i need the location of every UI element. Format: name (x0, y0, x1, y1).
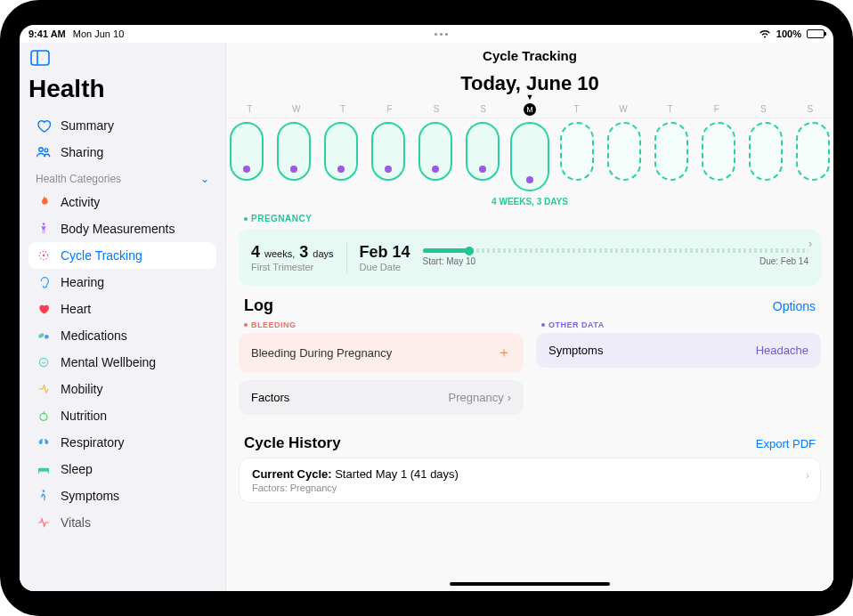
day-pill-future[interactable] (796, 122, 830, 181)
svg-point-2 (39, 148, 44, 152)
flame-icon (36, 194, 52, 210)
vitals-icon (36, 515, 52, 531)
page-title: Cycle Tracking (226, 43, 833, 67)
day-pill-today[interactable] (510, 122, 549, 191)
day-pill-future[interactable] (749, 122, 783, 181)
plus-icon: ＋ (497, 344, 511, 362)
lungs-icon (36, 434, 52, 450)
pregnancy-card[interactable]: › 4 weeks, 3 days First Trimester Feb 14… (239, 229, 821, 286)
day-pill[interactable] (371, 122, 405, 181)
otherdata-label: OTHER DATA (536, 317, 821, 333)
day-letter-strip[interactable]: T W T F S S M T W T F S S (226, 101, 833, 118)
chevron-right-icon: › (806, 469, 809, 482)
sidebar-item-label: Vitals (61, 515, 91, 530)
factors-row[interactable]: Factors Pregnancy › (239, 380, 524, 415)
sidebar-item-summary[interactable]: Summary (28, 112, 216, 139)
sidebar-item-heart[interactable]: Heart (28, 296, 216, 322)
log-heading: Log (244, 296, 273, 315)
chevron-right-icon: › (508, 391, 511, 404)
battery-text: 100% (776, 28, 801, 39)
history-heading: Cycle History (244, 434, 341, 452)
sidebar-item-mental[interactable]: Mental Wellbeing (28, 349, 216, 376)
sidebar-item-sharing[interactable]: Sharing (28, 139, 216, 166)
sidebar-toggle-icon[interactable] (28, 48, 216, 68)
pregnancy-progress-bar (423, 248, 808, 253)
symptoms-row[interactable]: Symptoms Headache (536, 333, 821, 368)
day-pill[interactable] (277, 122, 311, 181)
svg-point-6 (43, 255, 45, 257)
sidebar-item-label: Cycle Tracking (61, 248, 142, 263)
sidebar: Health Summary Sharing Health Categories… (20, 43, 226, 591)
svg-rect-0 (31, 51, 49, 65)
sidebar-item-respiratory[interactable]: Respiratory (28, 429, 216, 456)
sidebar-item-label: Sleep (61, 462, 93, 476)
sidebar-item-label: Summary (61, 118, 114, 133)
svg-point-9 (39, 358, 47, 366)
day-pill-future[interactable] (607, 122, 641, 181)
sidebar-item-sleep[interactable]: Sleep (28, 456, 216, 482)
sidebar-item-label: Hearing (61, 275, 104, 289)
svg-rect-12 (48, 472, 49, 474)
day-pill[interactable] (418, 122, 452, 181)
sidebar-item-vitals[interactable]: Vitals (28, 509, 216, 536)
sidebar-item-label: Medications (61, 328, 127, 343)
bleeding-row[interactable]: Bleeding During Pregnancy ＋ (239, 333, 524, 373)
day-pill[interactable] (466, 122, 500, 181)
day-pill-future[interactable] (702, 122, 735, 181)
svg-point-13 (43, 490, 45, 492)
app-title: Health (28, 75, 216, 103)
history-current-card[interactable]: › Current Cycle: Started May 1 (41 days)… (239, 458, 821, 503)
svg-rect-11 (38, 472, 39, 474)
day-pill-future[interactable] (560, 122, 594, 181)
battery-icon (807, 29, 825, 38)
home-indicator[interactable] (450, 582, 610, 586)
sidebar-item-activity[interactable]: Activity (28, 189, 216, 215)
sidebar-item-label: Respiratory (61, 435, 125, 450)
status-bar: 9:41 AM Mon Jun 10 100% (20, 25, 833, 43)
body-icon (36, 221, 52, 237)
apple-icon (36, 408, 52, 424)
cycle-day-pills[interactable] (226, 118, 833, 193)
multitask-dots[interactable] (124, 33, 759, 36)
chevron-right-icon: › (808, 238, 812, 250)
sidebar-item-label: Body Measurements (61, 222, 175, 236)
sidebar-item-symptoms[interactable]: Symptoms (28, 482, 216, 509)
bed-icon (36, 461, 52, 477)
day-pill[interactable] (230, 122, 264, 181)
sidebar-section-header[interactable]: Health Categories ⌄ (28, 166, 216, 189)
sidebar-item-label: Sharing (61, 145, 103, 159)
svg-rect-7 (37, 333, 45, 339)
sidebar-item-hearing[interactable]: Hearing (28, 269, 216, 296)
svg-point-8 (45, 335, 49, 339)
mobility-icon (36, 381, 52, 397)
sidebar-item-nutrition[interactable]: Nutrition (28, 402, 216, 429)
day-pill[interactable] (324, 122, 358, 181)
status-time: 9:41 AM (28, 28, 66, 39)
export-pdf-link[interactable]: Export PDF (756, 437, 816, 450)
sidebar-item-label: Heart (61, 302, 91, 316)
status-date: Mon Jun 10 (73, 28, 124, 39)
svg-rect-10 (38, 468, 49, 472)
sidebar-item-mobility[interactable]: Mobility (28, 376, 216, 402)
sidebar-item-label: Activity (61, 195, 100, 209)
people-icon (36, 144, 52, 160)
pills-icon (36, 328, 52, 344)
sidebar-item-body[interactable]: Body Measurements (28, 215, 216, 242)
cycle-icon (36, 247, 52, 263)
sidebar-item-cycle[interactable]: Cycle Tracking (28, 242, 216, 269)
heart-outline-icon (36, 118, 52, 134)
svg-point-4 (43, 223, 45, 225)
pregnancy-section-label: PREGNANCY (226, 212, 833, 225)
brain-icon (36, 354, 52, 370)
gestation-label: 4 WEEKS, 3 DAYS (226, 193, 833, 212)
day-pill-future[interactable] (654, 122, 688, 181)
ear-icon (36, 274, 52, 290)
heart-icon (36, 301, 52, 317)
log-options-link[interactable]: Options (773, 299, 816, 313)
sidebar-item-label: Mobility (61, 382, 102, 396)
wifi-icon (759, 29, 771, 38)
chevron-down-icon: ⌄ (200, 173, 209, 185)
sidebar-item-meds[interactable]: Medications (28, 322, 216, 349)
sidebar-item-label: Mental Wellbeing (61, 355, 156, 369)
walk-icon (36, 488, 52, 504)
